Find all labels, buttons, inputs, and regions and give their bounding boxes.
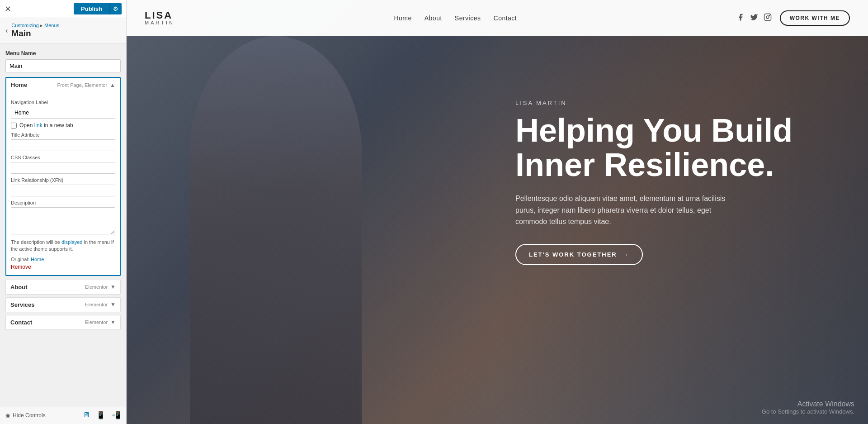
- hero-headline: Helping You Build Inner Resilience.: [515, 114, 832, 182]
- site-logo: LISA MARTIN: [145, 10, 175, 25]
- preview-area: LISA MARTIN Home About Services Contact …: [127, 0, 868, 424]
- breadcrumb-links: Customizing ▸ Menus: [11, 23, 59, 29]
- hero-cta-button[interactable]: LET'S WORK TOGETHER →: [515, 244, 643, 265]
- desktop-icon[interactable]: 🖥: [83, 411, 90, 419]
- site-nav: Home About Services Contact: [394, 14, 517, 22]
- css-classes-label: CSS Classes: [11, 155, 115, 160]
- publish-settings-button[interactable]: ⚙: [109, 3, 122, 14]
- hero-headline-line2: Inner Resilience.: [515, 147, 774, 183]
- chevron-down-icon-about: ▼: [110, 284, 116, 290]
- hero-subtext: Pellentesque odio aliquam vitae amet, el…: [515, 193, 741, 228]
- css-classes-input[interactable]: [11, 162, 115, 174]
- menu-item-home-header[interactable]: Home Front Page, Elementor ▲: [6, 78, 120, 92]
- top-bar: ✕ Publish ⚙: [0, 0, 126, 18]
- hero-name-label: LISA MARTIN: [515, 100, 832, 106]
- breadcrumb-row: ‹ Customizing ▸ Menus Main: [0, 18, 126, 43]
- mobile-icon[interactable]: 📲: [112, 411, 121, 419]
- services-item-right: Elementor ▼: [85, 301, 116, 308]
- work-with-me-button[interactable]: WORK WITH ME: [780, 10, 850, 26]
- logo-surname: MARTIN: [145, 20, 175, 25]
- social-icons: [736, 13, 772, 23]
- hero-person-silhouette: [190, 36, 362, 424]
- breadcrumb-customizing[interactable]: Customizing: [11, 23, 39, 28]
- about-item-right: Elementor ▼: [85, 284, 116, 290]
- services-item-label: Services: [10, 301, 35, 308]
- svg-point-1: [766, 16, 769, 19]
- contact-item-label: Contact: [10, 319, 32, 326]
- services-item-tag: Elementor: [85, 302, 108, 307]
- open-new-tab-label: Open link in a new tab: [19, 122, 73, 129]
- menu-name-label: Menu Name: [5, 50, 121, 57]
- device-icons: 🖥 📱 📲: [83, 411, 121, 419]
- description-textarea[interactable]: [11, 207, 115, 234]
- eye-icon: ◉: [5, 412, 10, 419]
- menu-item-contact[interactable]: Contact Elementor ▼: [5, 315, 121, 330]
- bottom-bar: ◉ Hide Controls 🖥 📱 📲: [0, 406, 126, 424]
- remove-link[interactable]: Remove: [11, 264, 31, 270]
- menu-item-home-body: Navigation Label Open link in a new tab …: [6, 92, 120, 275]
- home-item-tag: Front Page, Elementor: [57, 82, 107, 88]
- hero-cta-label: LET'S WORK TOGETHER: [529, 251, 617, 258]
- customizer-panel: ✕ Publish ⚙ ‹ Customizing ▸ Menus Main M…: [0, 0, 127, 424]
- menu-item-about[interactable]: About Elementor ▼: [5, 280, 121, 295]
- about-item-label: About: [10, 284, 28, 291]
- link-rel-input[interactable]: [11, 185, 115, 196]
- back-button[interactable]: ‹: [5, 27, 8, 35]
- tablet-icon[interactable]: 📱: [96, 411, 105, 419]
- nav-about[interactable]: About: [425, 14, 442, 22]
- home-item-right: Front Page, Elementor ▲: [57, 82, 115, 88]
- original-label: Original:: [11, 257, 29, 262]
- arrow-right-icon: →: [623, 251, 629, 258]
- title-attr-input[interactable]: [11, 139, 115, 151]
- publish-btn-group: Publish ⚙: [74, 3, 122, 14]
- original-link[interactable]: Home: [31, 257, 44, 262]
- link-text[interactable]: link: [34, 122, 42, 129]
- original-row: Original: Home: [11, 257, 115, 262]
- logo-name: LISA: [145, 10, 175, 20]
- twitter-icon[interactable]: [750, 13, 758, 23]
- open-new-tab-checkbox[interactable]: [11, 123, 17, 129]
- home-item-label: Home: [11, 81, 27, 88]
- publish-button[interactable]: Publish: [74, 3, 109, 14]
- activate-windows-title: Activate Windows: [762, 400, 854, 408]
- nav-contact[interactable]: Contact: [494, 14, 517, 22]
- close-button[interactable]: ✕: [5, 4, 11, 14]
- nav-home[interactable]: Home: [394, 14, 411, 22]
- breadcrumb-text: Customizing ▸ Menus Main: [11, 23, 59, 38]
- hero-headline-line1: Helping You Build: [515, 112, 793, 148]
- nav-label-input[interactable]: [11, 107, 115, 119]
- instagram-icon[interactable]: [764, 13, 772, 23]
- about-item-tag: Elementor: [85, 284, 108, 290]
- chevron-down-icon-contact: ▼: [110, 319, 116, 325]
- nav-label-field-label: Navigation Label: [11, 100, 115, 105]
- description-note-link[interactable]: displayed: [61, 239, 82, 245]
- menu-item-services[interactable]: Services Elementor ▼: [5, 297, 121, 312]
- contact-item-right: Elementor ▼: [85, 319, 116, 325]
- link-rel-label: Link Relationship (XFN): [11, 177, 115, 183]
- contact-item-tag: Elementor: [85, 319, 108, 325]
- site-header-right: WORK WITH ME: [736, 10, 850, 26]
- svg-point-2: [769, 14, 770, 15]
- chevron-down-icon-services: ▼: [110, 301, 116, 308]
- chevron-up-icon: ▲: [110, 82, 115, 88]
- hero-content: LISA MARTIN Helping You Build Inner Resi…: [515, 36, 832, 265]
- facebook-icon[interactable]: [736, 13, 745, 23]
- site-header: LISA MARTIN Home About Services Contact …: [127, 0, 868, 36]
- menu-name-input[interactable]: [5, 59, 121, 72]
- breadcrumb-separator: ▸: [40, 23, 43, 28]
- open-new-tab-row: Open link in a new tab: [11, 122, 115, 129]
- menu-item-home: Home Front Page, Elementor ▲ Navigation …: [5, 77, 121, 276]
- title-attr-label: Title Attribute: [11, 132, 115, 138]
- description-label: Description: [11, 200, 115, 205]
- nav-services[interactable]: Services: [455, 14, 481, 22]
- hide-controls-button[interactable]: ◉ Hide Controls: [5, 412, 46, 419]
- activate-windows-watermark: Activate Windows Go to Settings to activ…: [762, 400, 854, 415]
- hide-controls-label: Hide Controls: [13, 412, 46, 419]
- activate-windows-sub: Go to Settings to activate Windows.: [762, 408, 854, 415]
- description-note: The description will be displayed in the…: [11, 239, 115, 253]
- breadcrumb-main-title: Main: [11, 29, 59, 38]
- breadcrumb-menus[interactable]: Menus: [44, 23, 59, 28]
- panel-content: Menu Name Home Front Page, Elementor ▲ N…: [0, 43, 126, 339]
